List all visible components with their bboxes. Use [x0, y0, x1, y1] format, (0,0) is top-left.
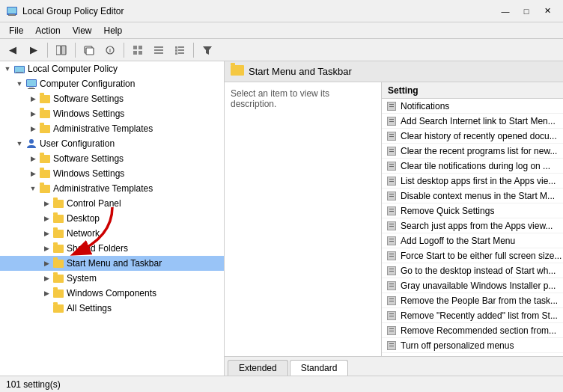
expand-icon: ▶ [40, 227, 52, 239]
view-icon-button[interactable] [128, 41, 147, 59]
svg-rect-16 [154, 52, 163, 54]
folder-icon-cp [52, 197, 64, 209]
svg-rect-1 [7, 7, 16, 13]
svg-rect-26 [16, 72, 23, 73]
close-button[interactable]: ✕ [538, 4, 557, 19]
svg-rect-7 [86, 48, 94, 55]
expand-icon [40, 302, 52, 314]
sw-settings-cc-label: Software Settings [53, 94, 124, 104]
all-settings-label: All Settings [67, 303, 112, 313]
settings-header-label: Setting [388, 85, 419, 96]
new-window-button[interactable] [79, 41, 99, 59]
tree-user-config[interactable]: ▼ User Configuration [0, 136, 224, 151]
tree-root-label: Local Computer Policy [28, 64, 118, 74]
setting-row[interactable]: Search just apps from the Apps view... [382, 218, 563, 233]
maximize-button[interactable]: □ [517, 4, 536, 19]
tree-sw-settings-uc[interactable]: ▶ Software Settings [0, 151, 224, 166]
right-header-title: Start Menu and Taskbar [249, 66, 352, 77]
setting-row[interactable]: Notifications [382, 99, 563, 114]
policy-icon [386, 266, 397, 276]
system-label: System [67, 273, 97, 284]
setting-row[interactable]: Add Search Internet link to Start Men... [382, 114, 563, 129]
folder-icon-wincomp [52, 287, 64, 299]
tree-win-settings-uc[interactable]: ▶ Windows Settings [0, 166, 224, 181]
setting-row[interactable]: Remove Quick Settings [382, 203, 563, 218]
show-hide-button[interactable] [52, 41, 71, 59]
control-panel-label: Control Panel [67, 198, 121, 209]
setting-row[interactable]: Clear tile notifications during log on .… [382, 159, 563, 174]
tree-win-settings-cc[interactable]: ▶ Windows Settings [0, 106, 224, 121]
menu-help[interactable]: Help [98, 22, 129, 38]
folder-icon-startmenu [52, 257, 64, 269]
tree-pane: ▼ Local Computer Policy ▼ [0, 61, 225, 376]
svg-marker-23 [203, 46, 212, 55]
tree-computer-config[interactable]: ▼ Computer Configuration [0, 76, 224, 91]
expand-icon: ▶ [40, 287, 52, 299]
policy-icon [386, 340, 397, 351]
toolbar-separator-3 [124, 43, 124, 58]
setting-row[interactable]: Go to the desktop instead of Start wh... [382, 263, 563, 278]
toolbar: ◀ ▶ i [0, 39, 563, 61]
setting-row[interactable]: Remove Recommended section from... [382, 323, 563, 338]
minimize-button[interactable]: — [496, 4, 515, 19]
setting-row[interactable]: Remove the People Bar from the task... [382, 293, 563, 308]
setting-label: Turn off personalized menus [401, 340, 514, 351]
setting-row[interactable]: Disable context menus in the Start M... [382, 189, 563, 203]
tree-admin-templates-cc[interactable]: ▶ Administrative Templates [0, 121, 224, 136]
setting-row[interactable]: Remove "Recently added" list from St... [382, 308, 563, 323]
tree-win-components[interactable]: ▶ Windows Components [0, 286, 224, 301]
setting-row[interactable]: Turn off personalized menus [382, 338, 563, 353]
menu-bar: File Action View Help [0, 22, 563, 39]
tree-start-menu[interactable]: ▶ Start Menu and Taskbar [0, 256, 224, 271]
setting-row[interactable]: Gray unavailable Windows Installer p... [382, 278, 563, 293]
expand-icon: ▼ [27, 183, 39, 195]
tree-shared-folders[interactable]: ▶ Shared Folders [0, 241, 224, 256]
right-pane: Start Menu and Taskbar Select an item to… [225, 61, 563, 376]
svg-rect-21 [175, 52, 177, 55]
list-view-button[interactable] [149, 41, 168, 59]
tree-control-panel[interactable]: ▶ Control Panel [0, 196, 224, 211]
svg-rect-18 [178, 46, 184, 48]
tree-admin-templates-uc[interactable]: ▼ Administrative Templates [0, 181, 224, 196]
computer-config-icon [25, 78, 37, 90]
menu-view[interactable]: View [67, 22, 98, 38]
user-config-icon [25, 138, 37, 150]
folder-icon-win-cc [39, 108, 51, 120]
detail-view-button[interactable] [170, 41, 189, 59]
setting-row[interactable]: Add Logoff to the Start Menu [382, 233, 563, 248]
setting-label: Remove "Recently added" list from St... [401, 310, 558, 321]
setting-row[interactable]: List desktop apps first in the Apps vie.… [382, 174, 563, 189]
policy-icon [386, 281, 397, 291]
filter-button[interactable] [198, 41, 217, 59]
setting-row[interactable]: Force Start to be either full screen siz… [382, 248, 563, 263]
tree-sw-settings-cc[interactable]: ▶ Software Settings [0, 91, 224, 106]
settings-list[interactable]: Setting NotificationsAdd Search Internet… [382, 82, 563, 356]
setting-label: List desktop apps first in the Apps vie.… [401, 176, 556, 186]
menu-action[interactable]: Action [29, 22, 66, 38]
setting-row[interactable]: Clear history of recently opened docu... [382, 129, 563, 144]
forward-button[interactable]: ▶ [24, 41, 43, 59]
win-settings-uc-label: Windows Settings [53, 168, 124, 179]
expand-icon: ▼ [13, 78, 25, 90]
policy-icon [386, 191, 397, 201]
svg-rect-17 [175, 46, 177, 49]
setting-row[interactable]: Clear the recent programs list for new..… [382, 144, 563, 159]
tab-standard[interactable]: Standard [290, 360, 349, 376]
folder-icon-system [52, 272, 64, 284]
tree-desktop[interactable]: ▶ Desktop [0, 211, 224, 226]
svg-rect-10 [133, 46, 137, 49]
back-button[interactable]: ◀ [3, 41, 22, 59]
tree-system[interactable]: ▶ System [0, 271, 224, 286]
policy-icon [386, 131, 397, 141]
policy-icon [386, 146, 397, 156]
tree-network[interactable]: ▶ Network [0, 226, 224, 241]
folder-icon-sw-uc [39, 153, 51, 165]
properties-button[interactable]: i [100, 41, 120, 59]
policy-icon [386, 355, 397, 357]
tree-root[interactable]: ▼ Local Computer Policy [0, 61, 224, 76]
menu-file[interactable]: File [3, 22, 29, 38]
policy-icon [386, 116, 397, 126]
tab-extended[interactable]: Extended [228, 360, 288, 376]
network-label: Network [67, 228, 100, 239]
tree-all-settings[interactable]: All Settings [0, 301, 224, 316]
